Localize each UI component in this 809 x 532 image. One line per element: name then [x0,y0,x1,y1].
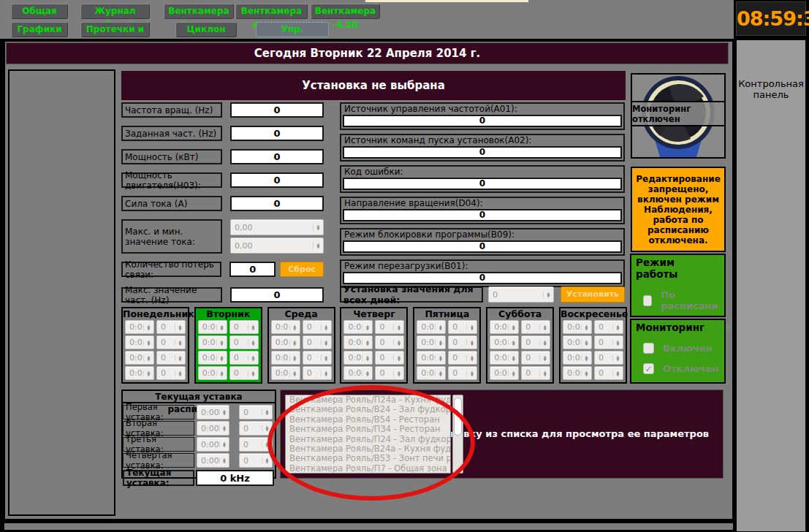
spinner-arrows-icon: ▲▼ [466,370,476,376]
work-mode-title: Режим работы [636,256,720,280]
day-time-column: 0:0▲▼ 0:0▲▼ 0:0▲▼ 0:0▲▼ [563,320,592,380]
day-time-column: 0:0▲▼ 0:0▲▼ 0:0▲▼ 0:0▲▼ [490,320,519,380]
parameter-label: Мощность двигателя(H03): [121,172,222,188]
nav-button-cyclone[interactable]: Циклон [175,22,237,37]
setpoint-spinner: 0▲▼ [375,335,404,349]
unit-list-scrollbar[interactable] [452,395,463,474]
spinner-arrows-icon: ▲▼ [216,324,227,330]
reset-button[interactable]: Сброс [280,262,324,277]
unit-list-item[interactable]: Венткамера Рояль/П24 - Зал фудкорта [286,435,450,444]
time-spinner: 0:0▲▼ [417,320,446,334]
day-value-column: 0▲▼ 0▲▼ 0▲▼ 0▲▼ [303,320,332,380]
nav-button-scheme[interactable]: Общая схема [11,4,68,19]
spinner-arrows-icon: ▲▼ [219,425,229,431]
time-spinner: 0:0▲▼ [490,320,519,334]
unit-list-item[interactable]: Венткамера Рояль/П7 - Общая зона [286,464,450,474]
current-schedule-box: Текущая уставка расписания: Первая устав… [121,390,276,479]
spinner-arrows-icon: ▲▼ [321,340,331,346]
day-value-column: 0▲▼ 0▲▼ 0▲▼ 0▲▼ [375,320,404,380]
setpoint-spinner: 0▲▼ [521,320,550,334]
by-schedule-label: По расписани [661,289,720,311]
unit-list-item[interactable]: Венткамера Рояль/В53 - Зонт печи рестора… [286,454,450,463]
parameter-value-field: 0 [230,102,324,118]
spinner-arrows-icon: ▲▼ [216,355,227,361]
time-spinner: 0:0▲▼ [198,366,227,380]
spinner-arrows-icon: ▲▼ [508,355,518,361]
spinner-arrows-icon: ▲▼ [508,324,518,330]
setpoint-label: Четвертая уставка: [123,453,194,468]
parameter-column-left: Частота вращ. (Hz) 0 Заданная част. (Hz)… [121,102,324,303]
spinner-arrows-icon: ▲▼ [539,324,550,330]
nav-button-ventcam-420[interactable]: Венткамера -4.20 [311,4,380,19]
setpoint-label: Третья уставка: [123,437,194,452]
selected-unit-title: Установка не выбрана [121,71,626,100]
setpoint-spinner: 0▲▼ [448,335,477,349]
monitoring-on-label: Включен [663,343,713,354]
setpoint-time-spinner: 0:00▲▼ [197,437,229,452]
unit-list-item[interactable]: Венткамера Рояль/В24 - Зал фудкорта [286,405,450,414]
apply-button[interactable]: Установить [561,286,625,303]
monitoring-group: Мониторинг Включен ✓ Отключен [630,319,726,384]
spinner-arrows-icon: ▲▼ [289,340,300,346]
register-value-field: 0 [343,209,622,221]
current-limits-row: Макс. и мин. значение тока: 0,00▲▼ 0,00▲… [121,219,324,254]
register-group: Режим блокировки программы(B09): 0 [340,228,625,256]
setpoint-spinner: 0▲▼ [303,320,332,334]
current-limits-label: Макс. и мин. значение тока: [121,219,222,254]
spinner-arrows-icon: ▲▼ [543,292,553,297]
min-current-value: 0,00 [231,241,313,251]
scrollbar-thumb[interactable] [454,398,462,436]
nav-button-leaks-alarms[interactable]: Протечки и аварии [80,22,150,37]
monitoring-on-checkbox[interactable] [643,343,654,354]
nav-button-event-log[interactable]: Журнал событий [80,4,150,19]
day-time-column: 0:0▲▼ 0:0▲▼ 0:0▲▼ 0:0▲▼ [417,320,446,380]
register-value-field: 0 [343,272,622,284]
unit-list-item[interactable]: Венткамера Рояль/П34 - Ресторан [286,425,450,434]
nav-button-graphs[interactable]: Графики [11,22,68,37]
day-schedule-panel: Воскресенье 0:0▲▼ 0:0▲▼ 0:0▲▼ 0:0▲▼ 0▲▼ … [559,307,627,384]
unit-list-item[interactable]: Венткамера Рояль/В24а - Кухня фудкорта [286,444,450,454]
unit-list-item[interactable]: Венткамера Рояль/В54 - Ресторан [286,415,450,425]
control-panel-sidebar: Контрольная панель [736,39,806,532]
max-frequency-value: 0 [230,287,324,303]
day-value-column: 0▲▼ 0▲▼ 0▲▼ 0▲▼ [156,320,186,380]
monitoring-title: Мониторинг [636,322,720,333]
time-spinner: 0:0▲▼ [125,335,154,349]
parameter-row: Мощность двигателя(H03): 0 [121,172,324,188]
time-spinner: 0:0▲▼ [490,335,519,349]
spinner-arrows-icon: ▲▼ [466,355,476,361]
setpoint-spinner: 0▲▼ [229,320,259,334]
nav-button-ventcam-atrium[interactable]: Венткамера Атриум [235,4,308,19]
unit-list-item[interactable]: Венткамера Рояль/П24а - Кухня фудкорта [286,395,450,405]
time-spinner: 0:0▲▼ [343,351,373,365]
max-frequency-row: Макс. значение част. (Hz) 0 [121,287,324,303]
unit-list[interactable]: Венткамера Рояль/П24а - Кухня фудкорта В… [285,395,451,474]
parameter-label: Сила тока (А) [121,196,222,211]
day-name: Суббота [487,308,552,319]
register-value-field: 0 [343,115,622,127]
day-schedule-panel: Среда 0:0▲▼ 0:0▲▼ 0:0▲▼ 0:0▲▼ 0▲▼ 0▲▼ 0▲… [267,307,335,384]
setpoint-spinner: 0▲▼ [156,335,186,349]
spinner-arrows-icon: ▲▼ [143,324,153,330]
by-schedule-checkbox[interactable] [643,295,652,306]
spinner-arrows-icon: ▲▼ [175,324,185,330]
spinner-arrows-icon: ▲▼ [175,355,185,361]
schedule-setpoint-row: Вторая уставка: 0:00▲▼ 0▲▼ [123,421,275,436]
spinner-arrows-icon: ▲▼ [219,457,229,463]
spinner-arrows-icon: ▲▼ [539,340,550,346]
day-schedule-panel: Вторник 0:0▲▼ 0:0▲▼ 0:0▲▼ 0:0▲▼ 0▲▼ 0▲▼ … [194,307,262,384]
nav-button-ventcam-royal[interactable]: Венткамера Рояль [164,4,234,19]
parameter-value-field: 0 [230,149,324,164]
register-group: Код ошибки: 0 [340,165,625,193]
parameter-label: Заданная част. (Hz) [121,126,222,141]
all-days-spinner: 0▲▼ [488,286,554,303]
setpoint-time-spinner: 0:00▲▼ [197,405,229,419]
spinner-arrows-icon: ▲▼ [248,370,258,376]
time-spinner: 0:0▲▼ [563,335,592,349]
parameter-value-field: 0 [230,126,324,141]
spinner-arrows-icon: ▲▼ [612,340,623,346]
setpoint-spinner: 0▲▼ [594,351,623,365]
monitoring-off-checkbox[interactable]: ✓ [643,363,654,374]
nav-button-schedule-management[interactable]: Упр. расписанием [256,22,329,37]
left-placeholder-panel [8,69,115,516]
